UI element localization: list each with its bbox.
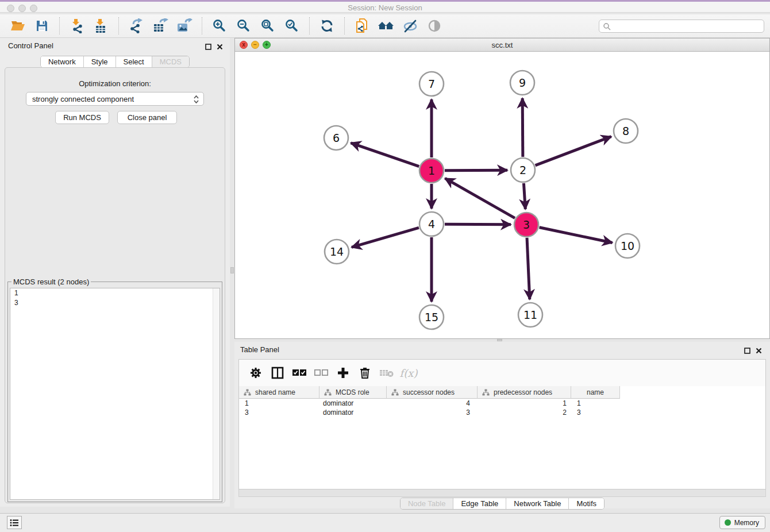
list-icon xyxy=(10,519,19,527)
save-icon[interactable] xyxy=(33,17,51,35)
tab-network[interactable]: Network xyxy=(41,56,84,67)
table-body: 1 dominator 4 1 1 3 dominator 3 2 3 xyxy=(239,399,765,489)
graph-node-label: 11 xyxy=(523,309,537,321)
tab-mcds[interactable]: MCDS xyxy=(152,56,189,67)
toolbar-separator xyxy=(344,17,345,34)
mcds-result-box: MCDS result (2 nodes) 1 3 xyxy=(7,282,222,502)
graph-node-label: 14 xyxy=(330,245,344,258)
column-type-icon xyxy=(482,389,490,396)
result-scrollbar[interactable] xyxy=(213,288,220,499)
column-header-predecessor-nodes[interactable]: predecessor nodes xyxy=(478,386,571,399)
table-row[interactable]: 3 dominator 3 2 3 xyxy=(239,408,765,417)
zoom-fit-icon[interactable] xyxy=(259,17,276,35)
graph-node-label: 6 xyxy=(333,132,340,144)
cell-predecessor-nodes[interactable]: 1 xyxy=(478,399,571,408)
table-panel: Table Panel xyxy=(234,342,770,508)
search-input[interactable] xyxy=(599,20,764,33)
graph-edge-3-11[interactable] xyxy=(527,238,530,299)
cell-successor-nodes[interactable]: 3 xyxy=(387,408,478,417)
float-panel-icon[interactable] xyxy=(203,42,213,51)
graph-edge-1-2[interactable] xyxy=(445,170,507,171)
function-icon[interactable]: f(x) xyxy=(400,364,417,381)
network-window-titlebar[interactable]: x − + scc.txt xyxy=(235,38,769,52)
vertical-splitter-grip[interactable] xyxy=(230,267,234,273)
optimization-criterion-label: Optimization criterion: xyxy=(5,79,225,88)
float-panel-icon[interactable] xyxy=(742,346,752,355)
import-table-icon[interactable] xyxy=(93,17,110,35)
graph-edge-2-8[interactable] xyxy=(536,137,611,165)
graph-node-label: 3 xyxy=(523,218,530,231)
toolbar-separator xyxy=(59,17,60,34)
table-toolbar: f(x) xyxy=(239,360,765,386)
graph-edge-1-6[interactable] xyxy=(351,143,419,167)
cell-shared-name[interactable]: 1 xyxy=(239,399,319,408)
columns-icon[interactable] xyxy=(269,364,286,381)
mcds-result-list[interactable]: 1 3 xyxy=(10,288,220,500)
tab-edge-table[interactable]: Edge Table xyxy=(453,498,506,509)
gear-icon[interactable] xyxy=(247,364,264,381)
horizontal-splitter-grip[interactable] xyxy=(497,339,502,341)
mcds-result-item[interactable]: 1 xyxy=(10,288,220,298)
tab-motifs[interactable]: Motifs xyxy=(569,498,604,509)
delete-icon[interactable] xyxy=(356,364,374,381)
graph-edge-2-9[interactable] xyxy=(522,98,523,157)
close-panel-button[interactable]: Close panel xyxy=(117,111,177,124)
tab-network-table[interactable]: Network Table xyxy=(506,498,569,509)
show-all-icon[interactable] xyxy=(426,17,443,35)
column-type-icon xyxy=(324,389,332,396)
column-header-successor-nodes[interactable]: successor nodes xyxy=(387,386,478,399)
memory-status-icon xyxy=(725,519,731,526)
zoom-in-icon[interactable] xyxy=(211,17,228,35)
graph-edge-3-1[interactable] xyxy=(445,178,515,218)
cell-mcds-role[interactable]: dominator xyxy=(319,399,387,408)
close-panel-icon[interactable] xyxy=(754,346,763,355)
memory-button[interactable]: Memory xyxy=(719,516,765,529)
column-header-name[interactable]: name xyxy=(571,386,620,399)
first-neighbors-icon[interactable] xyxy=(378,17,395,35)
toolbar-separator xyxy=(202,17,202,34)
graph-edge-4-14[interactable] xyxy=(352,228,419,247)
export-image-icon[interactable] xyxy=(176,17,193,35)
toolbar-separator xyxy=(118,17,119,34)
column-header-shared-name[interactable]: shared name xyxy=(239,386,319,399)
tab-style[interactable]: Style xyxy=(84,56,116,67)
graph-edge-2-3[interactable] xyxy=(523,183,525,209)
task-history-button[interactable] xyxy=(7,516,22,529)
export-network-icon[interactable] xyxy=(128,17,145,35)
mcds-result-item[interactable]: 3 xyxy=(10,298,220,308)
network-canvas[interactable]: 7968124314101511 xyxy=(235,52,769,338)
export-table-icon[interactable] xyxy=(152,17,169,35)
control-panel-title: Control Panel xyxy=(8,41,53,50)
graph-node-label: 1 xyxy=(428,164,435,177)
zoom-selected-icon[interactable] xyxy=(283,17,301,35)
table-panel-title: Table Panel xyxy=(240,345,279,354)
control-panel-tabs: Network Style Select MCDS xyxy=(0,56,230,68)
zoom-out-icon[interactable] xyxy=(235,17,252,35)
cell-name[interactable]: 3 xyxy=(571,408,620,417)
close-panel-icon[interactable] xyxy=(215,42,224,51)
select-all-icon[interactable] xyxy=(291,364,308,381)
delete-table-icon[interactable] xyxy=(378,364,395,381)
graph-edge-4-3[interactable] xyxy=(445,224,511,225)
cell-name[interactable]: 1 xyxy=(571,399,620,408)
refresh-icon[interactable] xyxy=(318,17,336,35)
optimization-criterion-select[interactable]: strongly connected component xyxy=(26,92,204,106)
toolbar-separator xyxy=(309,17,310,34)
run-mcds-button[interactable]: Run MCDS xyxy=(55,111,109,124)
graph-edge-3-10[interactable] xyxy=(540,228,613,243)
tab-select[interactable]: Select xyxy=(116,56,152,67)
column-header-mcds-role[interactable]: MCDS role xyxy=(319,386,387,399)
cell-successor-nodes[interactable]: 4 xyxy=(387,399,478,408)
deselect-all-icon[interactable] xyxy=(313,364,330,381)
table-tabs: Node Table Edge Table Network Table Moti… xyxy=(234,498,770,510)
duplicate-network-icon[interactable] xyxy=(353,17,371,35)
cell-mcds-role[interactable]: dominator xyxy=(319,408,387,417)
cell-predecessor-nodes[interactable]: 2 xyxy=(478,408,571,417)
table-row[interactable]: 1 dominator 4 1 1 xyxy=(239,399,765,408)
hide-selected-icon[interactable] xyxy=(402,17,419,35)
cell-shared-name[interactable]: 3 xyxy=(239,408,319,417)
tab-node-table[interactable]: Node Table xyxy=(401,498,454,509)
import-network-icon[interactable] xyxy=(68,17,86,35)
open-folder-icon[interactable] xyxy=(9,17,26,35)
add-column-icon[interactable] xyxy=(334,364,352,381)
